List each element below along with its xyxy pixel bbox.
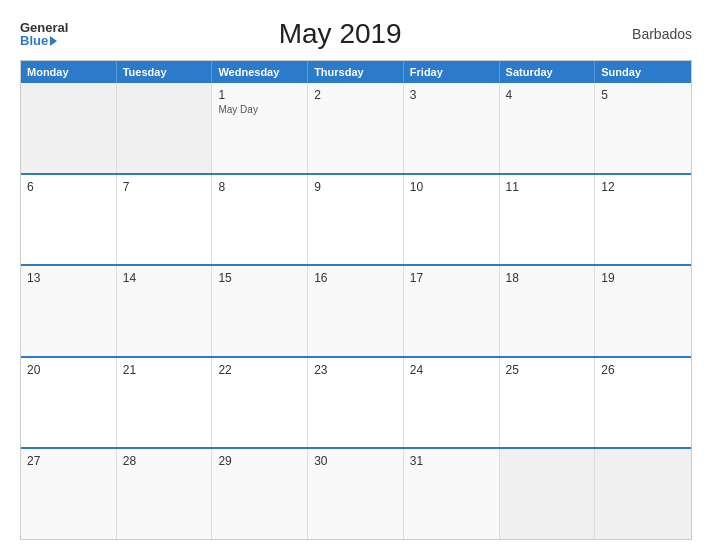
cal-cell-w3-d3: 15	[212, 266, 308, 356]
header: General Blue May 2019 Barbados	[20, 18, 692, 50]
day-number: 11	[506, 180, 589, 194]
cal-cell-w3-d7: 19	[595, 266, 691, 356]
day-number: 5	[601, 88, 685, 102]
cal-cell-w2-d7: 12	[595, 175, 691, 265]
day-number: 8	[218, 180, 301, 194]
cal-cell-w2-d3: 8	[212, 175, 308, 265]
cal-cell-w3-d5: 17	[404, 266, 500, 356]
cal-cell-w1-d3: 1May Day	[212, 83, 308, 173]
cal-cell-w5-d6	[500, 449, 596, 539]
day-number: 14	[123, 271, 206, 285]
cal-cell-w1-d7: 5	[595, 83, 691, 173]
day-number: 28	[123, 454, 206, 468]
day-number: 3	[410, 88, 493, 102]
day-number: 22	[218, 363, 301, 377]
cal-cell-w3-d4: 16	[308, 266, 404, 356]
week-row-1: 1May Day2345	[21, 83, 691, 175]
calendar-page: General Blue May 2019 Barbados Monday Tu…	[0, 0, 712, 550]
day-number: 20	[27, 363, 110, 377]
cal-cell-w2-d1: 6	[21, 175, 117, 265]
col-friday: Friday	[404, 61, 500, 83]
calendar-body: 1May Day23456789101112131415161718192021…	[21, 83, 691, 539]
cal-cell-w4-d4: 23	[308, 358, 404, 448]
col-tuesday: Tuesday	[117, 61, 213, 83]
col-monday: Monday	[21, 61, 117, 83]
day-number: 18	[506, 271, 589, 285]
cal-cell-w2-d5: 10	[404, 175, 500, 265]
day-number: 7	[123, 180, 206, 194]
cal-cell-w2-d2: 7	[117, 175, 213, 265]
day-number: 1	[218, 88, 301, 102]
calendar-grid: Monday Tuesday Wednesday Thursday Friday…	[20, 60, 692, 540]
day-number: 24	[410, 363, 493, 377]
day-number: 23	[314, 363, 397, 377]
cal-cell-w2-d4: 9	[308, 175, 404, 265]
cal-cell-w4-d6: 25	[500, 358, 596, 448]
day-number: 17	[410, 271, 493, 285]
day-number: 2	[314, 88, 397, 102]
col-saturday: Saturday	[500, 61, 596, 83]
cal-cell-w4-d1: 20	[21, 358, 117, 448]
cal-cell-w3-d6: 18	[500, 266, 596, 356]
day-number: 25	[506, 363, 589, 377]
calendar-title: May 2019	[68, 18, 612, 50]
cal-cell-w1-d1	[21, 83, 117, 173]
day-number: 6	[27, 180, 110, 194]
cal-cell-w1-d4: 2	[308, 83, 404, 173]
day-number: 26	[601, 363, 685, 377]
day-number: 31	[410, 454, 493, 468]
cal-cell-w1-d5: 3	[404, 83, 500, 173]
calendar-header-row: Monday Tuesday Wednesday Thursday Friday…	[21, 61, 691, 83]
cal-cell-w2-d6: 11	[500, 175, 596, 265]
cal-cell-w1-d2	[117, 83, 213, 173]
week-row-3: 13141516171819	[21, 266, 691, 358]
day-number: 19	[601, 271, 685, 285]
day-number: 15	[218, 271, 301, 285]
logo-blue-text: Blue	[20, 34, 57, 47]
cal-cell-w4-d2: 21	[117, 358, 213, 448]
cal-cell-w1-d6: 4	[500, 83, 596, 173]
logo-triangle-icon	[50, 36, 57, 46]
day-number: 16	[314, 271, 397, 285]
day-number: 13	[27, 271, 110, 285]
cal-cell-w4-d3: 22	[212, 358, 308, 448]
day-number: 29	[218, 454, 301, 468]
cal-cell-w4-d5: 24	[404, 358, 500, 448]
day-number: 10	[410, 180, 493, 194]
day-number: 21	[123, 363, 206, 377]
country-label: Barbados	[612, 26, 692, 42]
day-number: 9	[314, 180, 397, 194]
day-event: May Day	[218, 104, 301, 115]
cal-cell-w5-d4: 30	[308, 449, 404, 539]
cal-cell-w4-d7: 26	[595, 358, 691, 448]
week-row-2: 6789101112	[21, 175, 691, 267]
day-number: 30	[314, 454, 397, 468]
col-sunday: Sunday	[595, 61, 691, 83]
cal-cell-w3-d2: 14	[117, 266, 213, 356]
day-number: 12	[601, 180, 685, 194]
week-row-5: 2728293031	[21, 449, 691, 539]
cal-cell-w5-d7	[595, 449, 691, 539]
col-wednesday: Wednesday	[212, 61, 308, 83]
cal-cell-w5-d5: 31	[404, 449, 500, 539]
cal-cell-w5-d1: 27	[21, 449, 117, 539]
logo: General Blue	[20, 21, 68, 47]
cal-cell-w5-d3: 29	[212, 449, 308, 539]
day-number: 4	[506, 88, 589, 102]
cal-cell-w3-d1: 13	[21, 266, 117, 356]
day-number: 27	[27, 454, 110, 468]
col-thursday: Thursday	[308, 61, 404, 83]
cal-cell-w5-d2: 28	[117, 449, 213, 539]
week-row-4: 20212223242526	[21, 358, 691, 450]
